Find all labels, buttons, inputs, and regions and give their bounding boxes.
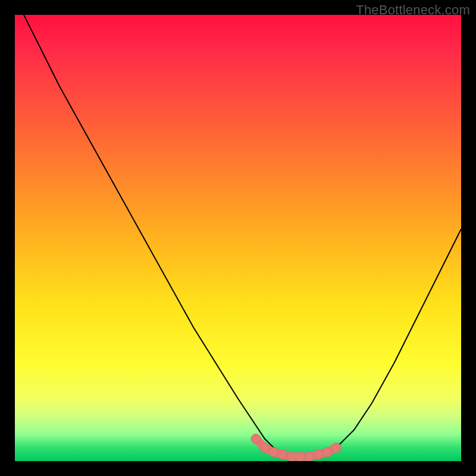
chart-svg xyxy=(15,15,461,461)
optimal-range-marker xyxy=(331,443,341,453)
optimal-range-marker xyxy=(269,447,278,457)
optimal-range-marker xyxy=(305,452,314,462)
optimal-range-marker xyxy=(260,443,270,453)
optimal-range-marker xyxy=(296,452,305,462)
bottleneck-curve xyxy=(24,15,461,457)
optimal-range-marker xyxy=(251,434,261,444)
optimal-range-marker xyxy=(287,452,296,462)
optimal-range-marker xyxy=(278,450,287,459)
optimal-range-marker xyxy=(314,450,323,459)
chart-frame: TheBottleneck.com xyxy=(0,0,476,476)
optimal-range-marker xyxy=(322,447,332,457)
watermark-text: TheBottleneck.com xyxy=(356,2,470,18)
chart-plot-area xyxy=(15,15,461,461)
